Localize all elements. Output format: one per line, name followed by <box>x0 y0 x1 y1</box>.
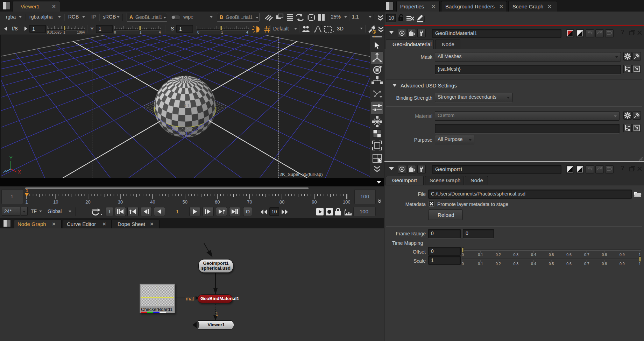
svg-text:0.1: 0.1 <box>478 262 483 266</box>
svg-text:0: 0 <box>462 262 464 266</box>
svg-text:0.9: 0.9 <box>620 262 625 266</box>
svg-text:0.6: 0.6 <box>566 262 572 266</box>
svg-text:X: X <box>18 169 21 175</box>
svg-text:1: 1 <box>63 30 65 34</box>
svg-text:1: 1 <box>639 262 641 266</box>
svg-text:1064: 1064 <box>77 30 85 34</box>
svg-text:Z: Z <box>3 169 6 174</box>
svg-text:0.2: 0.2 <box>496 262 501 266</box>
svg-text:80: 80 <box>279 199 284 205</box>
svg-text:1: 1 <box>25 199 28 205</box>
svg-text:0: 0 <box>114 30 116 34</box>
svg-text:0.5: 0.5 <box>549 262 554 266</box>
svg-text:10: 10 <box>53 199 58 205</box>
svg-text:30: 30 <box>118 199 123 205</box>
svg-text:0.3: 0.3 <box>513 262 518 266</box>
svg-text:70: 70 <box>247 199 252 205</box>
svg-text:50: 50 <box>183 199 187 205</box>
svg-text:60: 60 <box>215 199 220 205</box>
svg-text:0: 0 <box>197 30 199 34</box>
svg-text:Y: Y <box>9 155 13 161</box>
svg-text:0.7: 0.7 <box>584 262 589 266</box>
svg-text:0.015625: 0.015625 <box>47 30 62 34</box>
svg-text:4: 4 <box>159 30 161 34</box>
svg-text:90: 90 <box>312 199 317 205</box>
svg-text:40: 40 <box>150 199 155 205</box>
svg-text:0.4: 0.4 <box>531 262 536 266</box>
svg-text:1: 1 <box>26 188 28 193</box>
svg-text:20: 20 <box>85 199 90 205</box>
svg-text:1: 1 <box>221 30 223 34</box>
svg-text:4: 4 <box>246 30 248 34</box>
svg-text:100: 100 <box>343 199 350 205</box>
svg-text:0.8: 0.8 <box>602 262 607 266</box>
svg-text:1: 1 <box>140 30 142 34</box>
